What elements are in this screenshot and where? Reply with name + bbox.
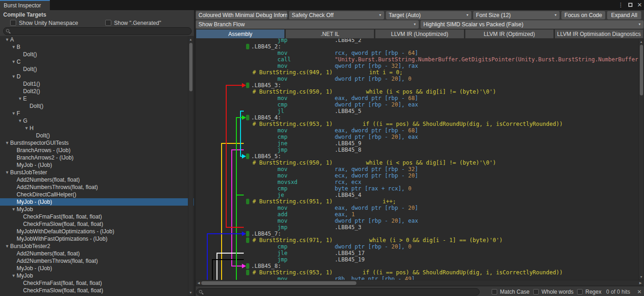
expander-triangle-icon[interactable]: ▼	[24, 124, 30, 132]
show-unity-namespace-checkbox[interactable]	[10, 20, 16, 26]
tree-item[interactable]: ▼MyJob	[0, 272, 194, 279]
tree-item[interactable]: BranchArrows - (IJob)	[0, 147, 194, 154]
tree-item-label: MyJobWithDefaultOptimizations - (IJob)	[17, 228, 114, 235]
tab-llvm-ir-optimisation-diagnostics[interactable]: LLVM IR Optimisation Diagnostics	[554, 29, 644, 38]
tree-item[interactable]: DoIt2()	[0, 88, 194, 95]
search-icon	[6, 29, 9, 32]
tree-item[interactable]: DoIt()	[0, 102, 194, 110]
branch-arrow-jmp-to-LBB45_8	[232, 150, 244, 266]
tree-item[interactable]: DoIt()	[0, 51, 194, 58]
focus-on-code-button[interactable]: Focus on Code	[561, 11, 605, 19]
tree-item[interactable]: ▼H	[0, 124, 194, 132]
tree-item[interactable]: ▼D	[0, 73, 194, 80]
code-hscrollbar-thumb[interactable]	[201, 281, 356, 285]
expander-triangle-icon[interactable]: ▼	[5, 243, 10, 250]
tree-item[interactable]: ▼BurstJobTester2	[0, 243, 194, 250]
tree-item-label: CheckDirectCallHelper()	[17, 191, 76, 198]
code-scroll-down-icon[interactable]: ▼	[639, 274, 644, 279]
namespace-filter-row: Show Unity Namespace Show ".Generated"	[0, 19, 194, 27]
tree-item[interactable]: BranchArrows2 - (IJob)	[0, 154, 194, 161]
tree-item[interactable]: ▼C	[0, 58, 194, 65]
tree-item[interactable]: ▼A	[0, 36, 194, 43]
tree-item[interactable]: Add2Numbers(float, float)	[0, 176, 194, 184]
tab-burst-inspector[interactable]: Burst Inspector	[0, 0, 50, 10]
expander-triangle-icon[interactable]: ▼	[18, 117, 23, 124]
tree-scroll-down-icon[interactable]: ▼	[188, 290, 193, 295]
expander-triangle-icon[interactable]: ▼	[5, 36, 10, 43]
tab-llvm-ir-unoptimized[interactable]: LLVM IR (Unoptimized)	[375, 29, 464, 38]
branch-arrowhead-icon	[242, 154, 246, 159]
show-generated-checkbox[interactable]	[105, 20, 111, 26]
tree-item[interactable]: MyJob - (IJob)	[0, 161, 194, 169]
maximize-icon[interactable]	[628, 0, 632, 10]
close-search-icon[interactable]: ✕	[637, 289, 642, 295]
tree-item-label: DoIt1()	[23, 81, 40, 87]
code-scrollbar-thumb[interactable]	[640, 45, 643, 95]
match-case-checkbox[interactable]	[492, 289, 497, 295]
tree-item[interactable]: ▼BurstInspectorGUITests	[0, 139, 194, 147]
code-scroll-up-icon[interactable]: ▲	[639, 39, 644, 44]
code-search-input[interactable]	[196, 288, 480, 296]
tree-item[interactable]: ▼F	[0, 110, 194, 117]
font-size-dropdown[interactable]: Font Size (12)▼	[473, 11, 560, 19]
tree-item[interactable]: ▼BurstJobTester	[0, 169, 194, 176]
targets-search-input[interactable]	[3, 27, 192, 35]
expander-triangle-icon[interactable]: ▼	[12, 58, 17, 65]
target-dropdown[interactable]: Target (Auto)▼	[386, 11, 471, 19]
expander-triangle-icon[interactable]: ▼	[12, 272, 17, 279]
tree-item-label: CheckFmaFast(float, float, float)	[23, 213, 102, 220]
tree-item[interactable]: MyJob - (IJob)	[0, 198, 194, 206]
tab-assembly[interactable]: Assembly	[196, 29, 285, 38]
tree-item[interactable]: MyJobWithFastOptimizations - (IJob)	[0, 235, 194, 243]
compile-targets-panel: Compile Targets Show Unity Namespace Sho…	[0, 10, 194, 296]
kebab-menu-icon[interactable]: ⋮	[618, 0, 624, 10]
tab-net-il[interactable]: .NET IL	[285, 29, 374, 38]
tab-llvm-ir-optimized[interactable]: LLVM IR (Optimized)	[465, 29, 554, 38]
tree-scroll-up-icon[interactable]: ▲	[188, 37, 193, 42]
tree-item[interactable]: ▼B	[0, 43, 194, 51]
scroll-right-icon[interactable]: ▶	[638, 280, 643, 285]
expander-triangle-icon[interactable]: ▼	[18, 95, 23, 102]
whole-words-checkbox[interactable]	[533, 289, 539, 295]
expander-triangle-icon[interactable]: ▼	[5, 169, 10, 176]
expander-triangle-icon[interactable]: ▼	[5, 139, 10, 147]
expander-triangle-icon[interactable]: ▼	[12, 43, 17, 51]
search-hits-count: 0 of 0 hits	[606, 289, 630, 295]
tree-item[interactable]: CheckDirectCallHelper()	[0, 191, 194, 198]
debug-info-dropdown[interactable]: Coloured With Minimal Debug Information▼	[196, 11, 287, 19]
tree-item[interactable]: DoIt1()	[0, 80, 194, 88]
chevron-down-icon: ▼	[466, 11, 469, 19]
tree-item[interactable]: DoIt()	[0, 65, 194, 73]
tree-item[interactable]: Add2NumbersThrows(float, float)	[0, 184, 194, 191]
tree-item[interactable]: Add2Numbers(float, float)	[0, 250, 194, 257]
tree-item[interactable]: ▼MyJob	[0, 206, 194, 213]
branch-flow-dropdown[interactable]: Show Branch Flow▼	[196, 20, 419, 29]
tree-item[interactable]: CheckFmaFast(float, float, float)	[0, 279, 194, 287]
close-icon[interactable]: ✕	[637, 0, 642, 10]
simd-highlight-dropdown[interactable]: Highlight SIMD Scalar vs Packed (False)▼	[421, 20, 644, 29]
assembly-code-view: jmp.LBB45_2.LBB45_2:movrcx, qword ptr [r…	[196, 39, 644, 280]
chevron-down-icon: ▼	[379, 11, 382, 19]
expand-all-button[interactable]: Expand All	[607, 11, 641, 19]
dropdown-label: Target (Auto)	[389, 12, 421, 18]
tree-item[interactable]: CheckFmaFast(float, float, float)	[0, 213, 194, 220]
tree-item[interactable]: MyJobWithDefaultOptimizations - (IJob)	[0, 228, 194, 235]
tree-item[interactable]: CheckFmaSlow(float, float, float)	[0, 287, 194, 294]
scroll-left-icon[interactable]: ◀	[196, 280, 201, 285]
expander-triangle-icon[interactable]: ▼	[12, 73, 17, 80]
tree-item[interactable]: MyJob - (IJob)	[0, 265, 194, 272]
tree-item[interactable]: CheckFmaSlow(float, float, float)	[0, 220, 194, 228]
tree-item[interactable]: DoIt()	[0, 132, 194, 139]
tree-item[interactable]: ▼E	[0, 95, 194, 102]
tree-item-label: Add2NumbersThrows(float, float)	[17, 184, 98, 190]
tree-item-label: DoIt()	[23, 66, 37, 72]
tree-scrollbar-thumb[interactable]	[189, 43, 193, 91]
expander-triangle-icon[interactable]: ▼	[12, 206, 17, 213]
regex-checkbox[interactable]	[577, 289, 583, 295]
tree-item-label: MyJob	[17, 206, 33, 213]
safety-check-dropdown[interactable]: Safety Check Off▼	[289, 11, 384, 19]
tree-item[interactable]: Add2NumbersThrows(float, float)	[0, 257, 194, 265]
expander-triangle-icon[interactable]: ▼	[12, 110, 17, 117]
tree-item[interactable]: ▼G	[0, 117, 194, 124]
branch-flow-arrows	[196, 39, 635, 280]
